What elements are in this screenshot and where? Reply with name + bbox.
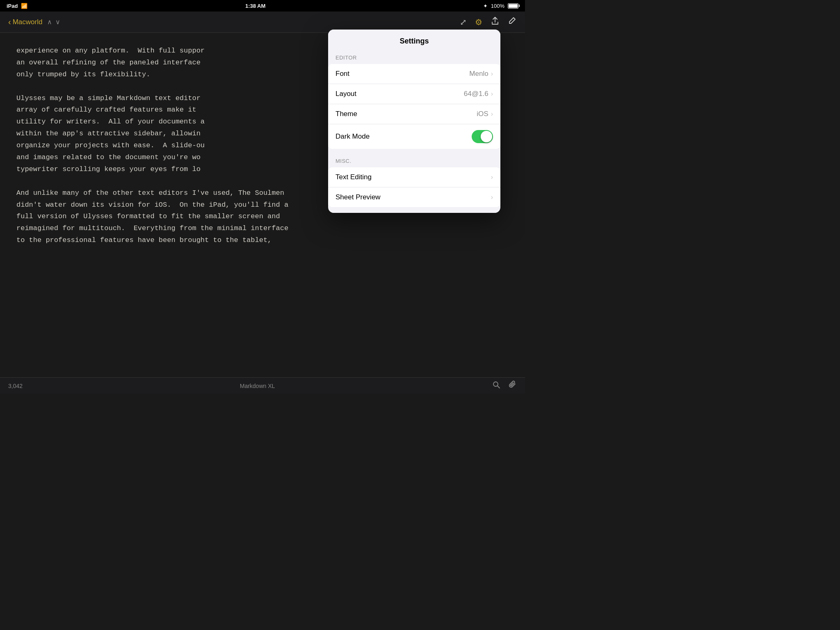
word-count: 3,042	[8, 383, 23, 389]
gear-icon[interactable]: ⚙	[475, 17, 482, 27]
dark-mode-toggle[interactable]	[472, 130, 493, 143]
sheet-preview-value: ›	[491, 194, 493, 201]
sheet-preview-chevron-icon: ›	[491, 194, 493, 201]
compose-icon[interactable]	[508, 16, 517, 27]
layout-row[interactable]: Layout 64@1.6 ›	[328, 84, 500, 104]
nav-down-icon[interactable]: ∨	[55, 18, 60, 26]
bluetooth-icon: ✦	[483, 3, 488, 9]
theme-row[interactable]: Theme iOS ›	[328, 104, 500, 124]
theme-value: iOS ›	[477, 110, 493, 118]
back-button[interactable]: ‹ Macworld	[8, 17, 42, 27]
bottom-icons	[492, 381, 517, 391]
settings-title: Settings	[328, 30, 500, 51]
text-editing-label: Text Editing	[336, 173, 372, 181]
wifi-icon: 📶	[21, 3, 27, 9]
theme-current: iOS	[477, 110, 488, 118]
sheet-preview-label: Sheet Preview	[336, 193, 381, 201]
dark-mode-label: Dark Mode	[336, 132, 370, 141]
text-editing-row[interactable]: Text Editing ›	[328, 167, 500, 187]
misc-section-header: MISC.	[328, 155, 500, 166]
battery-percent: 100%	[491, 3, 504, 9]
toolbar-left: ‹ Macworld ∧ ∨	[8, 17, 60, 27]
editor-section-header: EDITOR	[328, 51, 500, 62]
font-row[interactable]: Font Menlo ›	[328, 64, 500, 84]
bottom-divider	[328, 209, 500, 213]
back-chevron-icon: ‹	[8, 17, 11, 27]
editor-settings-group: Font Menlo › Layout 64@1.6 › Theme iOS ›	[328, 64, 500, 149]
toggle-thumb	[481, 131, 492, 142]
layout-value: 64@1.6 ›	[464, 90, 493, 98]
font-value: Menlo ›	[469, 70, 493, 78]
device-label: iPad	[7, 3, 18, 9]
font-chevron-icon: ›	[491, 70, 493, 78]
dark-mode-row[interactable]: Dark Mode	[328, 124, 500, 149]
bottom-bar: 3,042 Markdown XL	[0, 377, 525, 394]
share-icon[interactable]	[491, 16, 500, 27]
resize-icon[interactable]: ⤢	[460, 17, 467, 27]
text-editing-chevron-icon: ›	[491, 173, 493, 181]
search-icon[interactable]	[492, 381, 500, 391]
attach-icon[interactable]	[509, 381, 517, 391]
misc-settings-group: Text Editing › Sheet Preview ›	[328, 167, 500, 207]
back-label: Macworld	[13, 18, 43, 26]
theme-chevron-icon: ›	[491, 110, 493, 118]
svg-point-0	[493, 382, 498, 386]
font-current: Menlo	[469, 70, 488, 78]
sheet-preview-row[interactable]: Sheet Preview ›	[328, 187, 500, 207]
layout-current: 64@1.6	[464, 90, 488, 98]
status-bar: iPad 📶 1:38 AM ✦ 100%	[0, 0, 525, 11]
status-left: iPad 📶	[7, 3, 27, 9]
layout-chevron-icon: ›	[491, 90, 493, 98]
toolbar-right: ⤢ ⚙	[460, 16, 517, 27]
theme-label: Theme	[336, 110, 357, 118]
status-right: ✦ 100%	[483, 3, 518, 9]
nav-up-icon[interactable]: ∧	[47, 18, 52, 26]
doc-type: Markdown XL	[240, 383, 275, 389]
status-time: 1:38 AM	[245, 3, 265, 9]
font-label: Font	[336, 70, 349, 78]
section-divider	[328, 151, 500, 155]
nav-arrows: ∧ ∨	[47, 18, 60, 26]
battery-icon	[508, 3, 518, 9]
layout-label: Layout	[336, 90, 356, 98]
battery-bar	[508, 3, 518, 9]
text-editing-value: ›	[491, 173, 493, 181]
settings-popover[interactable]: Settings EDITOR Font Menlo › Layout 64@1…	[328, 30, 500, 213]
battery-fill	[509, 4, 518, 8]
